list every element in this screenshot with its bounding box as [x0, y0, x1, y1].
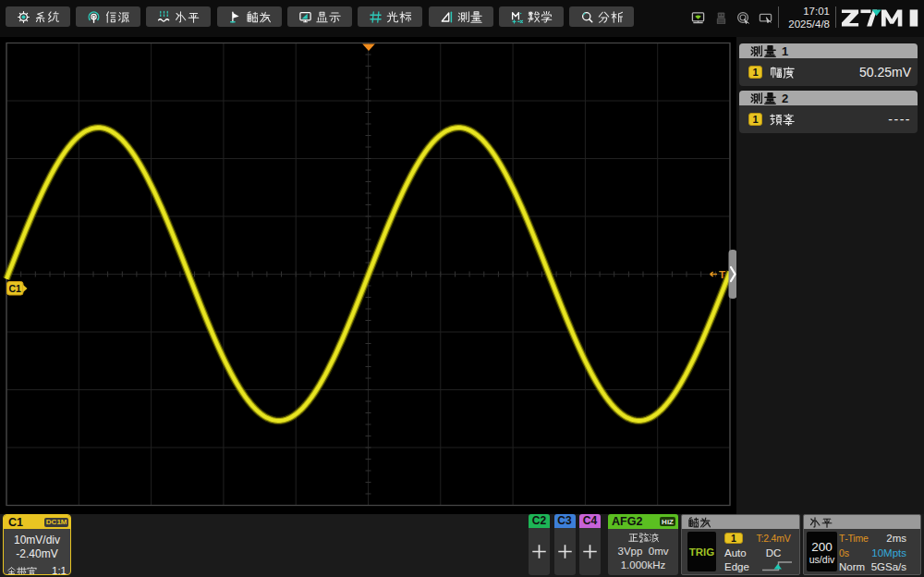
svg-text:T: T — [719, 269, 725, 280]
svg-text:C1: C1 — [8, 283, 21, 294]
